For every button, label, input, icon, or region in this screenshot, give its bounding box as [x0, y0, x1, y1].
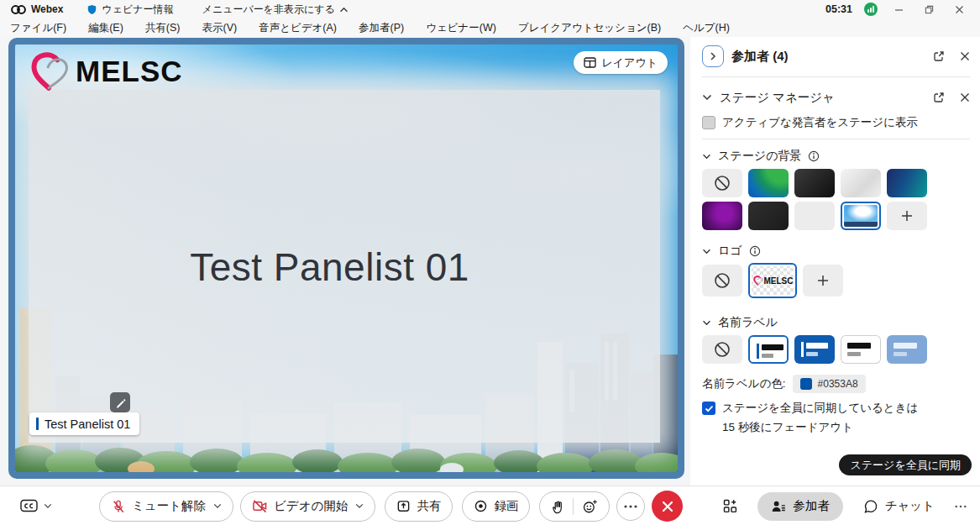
record-icon — [474, 499, 488, 513]
logo-swatch-none[interactable] — [702, 265, 742, 297]
participants-panel-button[interactable]: 参加者 — [757, 492, 843, 521]
participants-icon — [771, 499, 786, 513]
ellipsis-icon — [624, 505, 637, 508]
chat-panel-button[interactable]: チャット — [863, 498, 935, 514]
window-titlebar: Webex ウェビナー情報 メニューバーを非表示にする 05:31 — [0, 0, 980, 18]
sync-fadeout-checkbox[interactable] — [702, 402, 715, 415]
participants-button-label: 参加者 — [793, 498, 830, 514]
bg-swatch-add-button[interactable] — [887, 202, 927, 230]
name-label-swatch-solid-blue[interactable] — [794, 335, 835, 364]
chevron-down-icon[interactable] — [702, 154, 711, 160]
menu-breakout[interactable]: ブレイクアウトセッション(B) — [518, 21, 661, 35]
camera-off-icon — [252, 499, 268, 513]
unmute-label: ミュート解除 — [132, 498, 206, 514]
info-icon[interactable] — [749, 245, 761, 257]
restore-button[interactable] — [920, 5, 938, 14]
chevron-right-icon — [709, 51, 717, 61]
bg-swatch-black[interactable] — [794, 169, 835, 197]
chevron-down-icon[interactable] — [702, 320, 711, 326]
raise-hand-icon[interactable] — [551, 499, 564, 514]
chevron-down-icon[interactable] — [702, 94, 712, 101]
edit-name-label-button[interactable] — [110, 392, 130, 412]
menu-help[interactable]: ヘルプ(H) — [683, 21, 730, 35]
bg-swatch-green-blue[interactable] — [748, 169, 789, 197]
close-stage-manager-icon[interactable] — [960, 92, 970, 102]
leave-meeting-button[interactable] — [652, 491, 683, 522]
melsc-heart-icon — [752, 276, 763, 286]
close-panel-icon[interactable] — [960, 51, 970, 61]
divider — [573, 498, 574, 515]
share-button[interactable]: 共有 — [385, 491, 453, 522]
start-video-button[interactable]: ビデオの開始 — [240, 491, 375, 522]
unmute-button[interactable]: ミュート解除 — [99, 491, 233, 522]
bg-swatch-light-gray[interactable] — [841, 169, 881, 197]
name-label-text: Test Panelist 01 — [45, 417, 130, 431]
sync-stage-button[interactable]: ステージを全員に同期 — [839, 454, 972, 475]
closed-captions-icon — [20, 499, 38, 513]
menu-edit[interactable]: 編集(E) — [88, 21, 123, 35]
stage-manager-title: ステージ マネージャ — [720, 90, 835, 106]
menu-audio-video[interactable]: 音声とビデオ(A) — [259, 21, 337, 35]
hide-menubar-button[interactable]: メニューバーを非表示にする — [202, 3, 349, 17]
color-swatch — [800, 378, 812, 390]
reactions-smiley-icon[interactable] — [582, 499, 598, 514]
popout-stage-manager-icon[interactable] — [933, 92, 945, 103]
more-options-button[interactable] — [616, 492, 645, 521]
bg-swatch-none[interactable] — [702, 169, 742, 197]
plus-icon — [816, 274, 830, 287]
webex-logo-icon — [10, 3, 27, 16]
none-icon — [714, 272, 731, 289]
layout-button[interactable]: レイアウト — [574, 51, 668, 74]
record-button[interactable]: 録画 — [462, 491, 530, 522]
bg-swatch-off-white[interactable] — [794, 202, 835, 230]
menu-webinar[interactable]: ウェビナー(W) — [426, 21, 496, 35]
name-label-swatch-none[interactable] — [702, 335, 742, 364]
name-label-swatch-accent-bar[interactable] — [748, 335, 789, 364]
logo-swatch-melsc[interactable]: MELSC — [748, 263, 797, 298]
menu-share[interactable]: 共有(S) — [145, 21, 181, 35]
close-window-button[interactable] — [950, 5, 968, 14]
stage-brand-logo: MELSC — [27, 51, 183, 92]
webinar-info-button[interactable]: ウェビナー情報 — [86, 3, 173, 17]
bg-swatch-purple[interactable] — [702, 202, 742, 230]
name-label-section-title: 名前ラベル — [718, 315, 778, 330]
bg-swatch-city-photo[interactable] — [841, 202, 881, 230]
record-label: 録画 — [494, 498, 518, 514]
logo-swatch-add-button[interactable] — [803, 265, 843, 297]
control-toolbar: ミュート解除 ビデオの開始 共有 録画 — [0, 486, 980, 525]
menu-file[interactable]: ファイル(F) — [10, 21, 66, 35]
connection-quality-icon[interactable] — [864, 3, 878, 16]
layout-grid-icon — [584, 57, 596, 68]
captions-control[interactable] — [20, 486, 52, 525]
webinar-info-label: ウェビナー情報 — [102, 3, 173, 17]
none-icon — [714, 175, 731, 192]
bg-swatch-charcoal[interactable] — [748, 202, 789, 230]
stage-logo-text: MELSC — [76, 55, 183, 88]
microphone-muted-icon — [111, 499, 126, 514]
close-x-icon — [662, 501, 673, 512]
reactions-group — [539, 491, 610, 522]
chevron-down-icon — [44, 503, 52, 509]
menu-participants[interactable]: 参加者(P) — [359, 21, 404, 35]
stage-name-label: Test Panelist 01 — [29, 412, 139, 435]
layout-button-label: レイアウト — [601, 55, 658, 71]
menu-view[interactable]: 表示(V) — [202, 21, 237, 35]
popout-panel-icon[interactable] — [933, 50, 945, 62]
name-label-swatch-translucent[interactable] — [887, 335, 927, 364]
name-label-color-picker[interactable]: #0353A8 — [793, 375, 866, 393]
active-speaker-checkbox[interactable] — [702, 116, 715, 129]
name-label-accent-bar — [36, 417, 39, 430]
more-panels-icon[interactable] — [955, 505, 967, 508]
hide-menubar-label: メニューバーを非表示にする — [202, 3, 335, 17]
color-hex-value: #0353A8 — [818, 378, 858, 390]
shield-icon — [86, 3, 97, 16]
name-label-swatch-outline[interactable] — [841, 335, 881, 364]
info-icon[interactable] — [808, 150, 820, 162]
bg-swatch-navy-teal[interactable] — [887, 169, 927, 197]
menu-bar: ファイル(F) 編集(E) 共有(S) 表示(V) 音声とビデオ(A) 参加者(… — [0, 18, 980, 37]
chat-bubble-icon — [863, 499, 878, 514]
apps-panel-icon[interactable] — [723, 499, 737, 513]
collapse-panel-button[interactable] — [702, 45, 724, 67]
minimize-button[interactable] — [889, 5, 908, 14]
chevron-down-icon[interactable] — [702, 249, 711, 255]
